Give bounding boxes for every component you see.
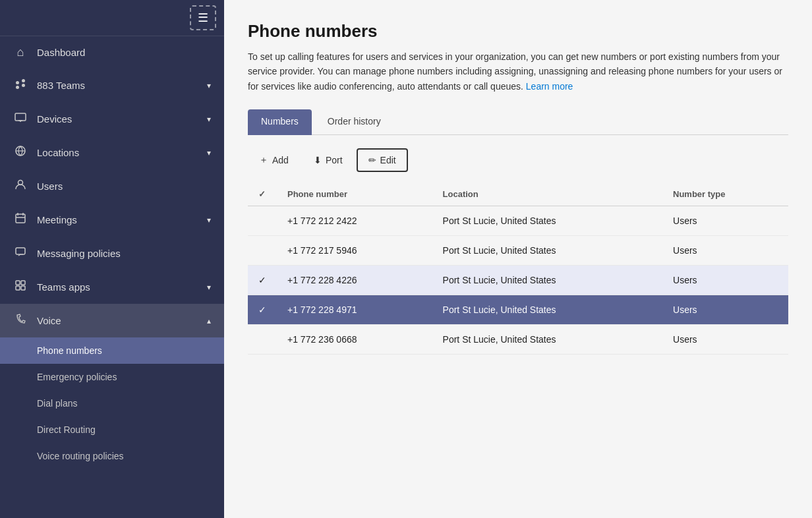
menu-toggle-button[interactable]: ☰: [190, 5, 216, 30]
row-number-type: Users: [662, 206, 788, 236]
chevron-down-icon: ▾: [207, 216, 211, 225]
page-description: To set up calling features for users and…: [248, 49, 788, 94]
sidebar-item-label: Users: [37, 181, 211, 192]
sidebar-item-voice[interactable]: Voice ▴: [0, 304, 224, 337]
tab-order-history[interactable]: Order history: [314, 109, 394, 135]
sidebar-subitem-direct-routing[interactable]: Direct Routing: [0, 417, 224, 443]
learn-more-link[interactable]: Learn more: [526, 81, 573, 92]
col-number-type: Number type: [662, 183, 788, 206]
tab-numbers[interactable]: Numbers: [248, 109, 312, 135]
col-check: ✓: [248, 183, 277, 206]
port-button[interactable]: ⬇ Port: [303, 149, 354, 171]
row-check[interactable]: ✓: [248, 295, 277, 325]
download-icon: ⬇: [314, 155, 322, 165]
sidebar-item-label: Voice: [37, 315, 198, 326]
sidebar-subitem-dial-plans[interactable]: Dial plans: [0, 390, 224, 417]
row-phone-number: +1 772 236 0668: [277, 325, 432, 355]
plus-icon: ＋: [259, 154, 268, 166]
table-row[interactable]: +1 772 212 2422Port St Lucie, United Sta…: [248, 206, 788, 236]
voice-icon: [13, 313, 28, 328]
row-location: Port St Lucie, United States: [432, 236, 662, 266]
row-number-type: Users: [662, 295, 788, 325]
row-check[interactable]: [248, 325, 277, 355]
sidebar-item-label: 883 Teams: [37, 80, 198, 91]
sidebar-item-label: Devices: [37, 113, 198, 125]
row-phone-number: +1 772 217 5946: [277, 236, 432, 266]
chevron-down-icon: ▾: [207, 283, 211, 292]
sidebar-subitem-voice-routing[interactable]: Voice routing policies: [0, 443, 224, 469]
edit-button[interactable]: ✏ Edit: [357, 148, 408, 172]
table-row[interactable]: ✓+1 772 228 4226Port St Lucie, United St…: [248, 266, 788, 295]
home-icon: ⌂: [13, 45, 28, 59]
sidebar-subitem-label: Emergency policies: [37, 372, 117, 382]
sidebar-item-messaging[interactable]: Messaging policies: [0, 237, 224, 270]
chevron-up-icon: ▴: [207, 316, 211, 326]
row-number-type: Users: [662, 266, 788, 295]
row-location: Port St Lucie, United States: [432, 266, 662, 295]
svg-rect-7: [16, 214, 25, 223]
row-location: Port St Lucie, United States: [432, 295, 662, 325]
sidebar-item-users[interactable]: Users: [0, 169, 224, 203]
users-icon: [13, 179, 28, 194]
sidebar-item-label: Messaging policies: [37, 248, 211, 259]
sidebar-item-teams[interactable]: 883 Teams ▾: [0, 69, 224, 102]
row-location: Port St Lucie, United States: [432, 325, 662, 355]
sidebar-item-dashboard[interactable]: ⌂ Dashboard: [0, 36, 224, 69]
svg-rect-0: [16, 81, 19, 84]
add-button[interactable]: ＋ Add: [248, 148, 300, 172]
messaging-icon: [13, 246, 28, 261]
svg-rect-11: [16, 286, 20, 290]
sidebar-item-label: Teams apps: [37, 281, 198, 293]
edit-icon: ✏: [368, 155, 376, 165]
sidebar-item-devices[interactable]: Devices ▾: [0, 102, 224, 136]
table-row[interactable]: +1 772 217 5946Port St Lucie, United Sta…: [248, 236, 788, 266]
table-row[interactable]: ✓+1 772 228 4971Port St Lucie, United St…: [248, 295, 788, 325]
chevron-down-icon: ▾: [207, 148, 211, 158]
sidebar-item-teams-apps[interactable]: Teams apps ▾: [0, 270, 224, 304]
globe-icon: [13, 145, 28, 160]
row-phone-number: +1 772 228 4226: [277, 266, 432, 295]
row-location: Port St Lucie, United States: [432, 206, 662, 236]
sidebar-subitem-label: Phone numbers: [37, 345, 102, 356]
sidebar-subitem-phone-numbers[interactable]: Phone numbers: [0, 337, 224, 364]
main-content-area: Phone numbers To set up calling features…: [224, 0, 812, 518]
svg-rect-10: [21, 281, 25, 285]
sidebar-item-label: Meetings: [37, 214, 198, 225]
sidebar-item-label: Dashboard: [37, 47, 211, 58]
svg-rect-9: [16, 281, 20, 285]
sidebar: ☰ ⌂ Dashboard 883 Teams ▾ Devices ▾ Loca…: [0, 0, 224, 518]
devices-icon: [13, 111, 28, 127]
svg-rect-8: [16, 248, 25, 254]
sidebar-item-locations[interactable]: Locations ▾: [0, 136, 224, 169]
col-location: Location: [432, 183, 662, 206]
svg-rect-12: [21, 286, 25, 290]
tabs-bar: Numbers Order history: [248, 109, 788, 135]
row-phone-number: +1 772 228 4971: [277, 295, 432, 325]
chevron-down-icon: ▾: [207, 115, 211, 124]
row-number-type: Users: [662, 236, 788, 266]
sidebar-subitem-label: Direct Routing: [37, 424, 96, 435]
sidebar-subitem-label: Voice routing policies: [37, 451, 124, 461]
row-phone-number: +1 772 212 2422: [277, 206, 432, 236]
svg-rect-1: [22, 79, 25, 82]
col-phone-number: Phone number: [277, 183, 432, 206]
row-check[interactable]: [248, 236, 277, 266]
row-check[interactable]: ✓: [248, 266, 277, 295]
phone-numbers-table: ✓ Phone number Location Number type +1 7…: [248, 183, 788, 355]
row-check[interactable]: [248, 206, 277, 236]
sidebar-subitem-emergency-policies[interactable]: Emergency policies: [0, 364, 224, 390]
sidebar-item-meetings[interactable]: Meetings ▾: [0, 203, 224, 237]
sidebar-header: ☰: [0, 0, 224, 36]
page-title: Phone numbers: [248, 21, 788, 42]
svg-rect-4: [15, 113, 26, 121]
apps-icon: [13, 279, 28, 295]
meetings-icon: [13, 212, 28, 227]
svg-rect-3: [22, 84, 25, 87]
toolbar: ＋ Add ⬇ Port ✏ Edit: [248, 148, 788, 172]
sidebar-item-label: Locations: [37, 147, 198, 158]
svg-rect-2: [16, 86, 19, 89]
table-row[interactable]: +1 772 236 0668Port St Lucie, United Sta…: [248, 325, 788, 355]
teams-icon: [13, 78, 28, 93]
row-number-type: Users: [662, 325, 788, 355]
sidebar-subitem-label: Dial plans: [37, 398, 77, 409]
